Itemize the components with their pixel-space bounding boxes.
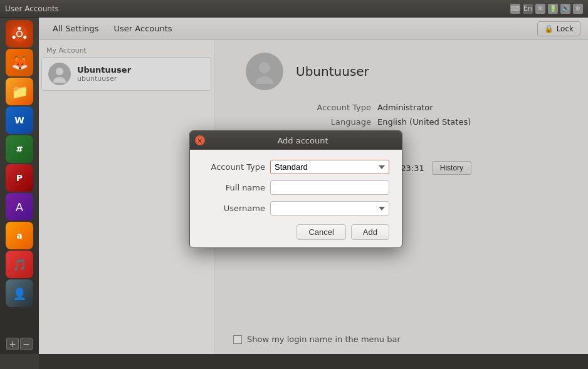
- svg-point-1: [18, 27, 21, 30]
- volume-icon: 🔊: [560, 4, 570, 14]
- sidebar-item-writer[interactable]: W: [6, 107, 33, 134]
- dialog-body: Account Type Standard Administrator Full…: [190, 150, 402, 247]
- add-account-dialog: × Add account Account Type Standard Admi…: [189, 130, 402, 248]
- username-combo[interactable]: [270, 201, 389, 216]
- sidebar-item-ubuntu[interactable]: [6, 20, 33, 48]
- dialog-title: Add account: [209, 136, 397, 145]
- title-bar: User Accounts ⌨ En ✉ 🔋 🔊 ⚙: [0, 0, 588, 18]
- sidebar-item-amazon[interactable]: a: [6, 222, 33, 249]
- battery-icon: 🔋: [548, 4, 558, 14]
- full-name-field-label: Full name: [202, 183, 265, 192]
- full-name-input[interactable]: [270, 180, 389, 195]
- sidebar: 🦊 📁 W # P A a 🎵 👤 + −: [0, 18, 39, 354]
- dialog-overlay: × Add account Account Type Standard Admi…: [39, 18, 588, 369]
- gear-icon[interactable]: ⚙: [573, 4, 583, 14]
- sidebar-add-button[interactable]: +: [6, 338, 19, 350]
- dialog-titlebar: × Add account: [190, 131, 402, 150]
- cancel-button[interactable]: Cancel: [297, 224, 345, 240]
- dialog-close-button[interactable]: ×: [195, 135, 205, 145]
- sidebar-item-impress[interactable]: P: [6, 164, 33, 192]
- mail-icon: ✉: [535, 4, 545, 14]
- sidebar-item-users[interactable]: 👤: [6, 279, 33, 307]
- sidebar-item-font[interactable]: A: [6, 193, 33, 221]
- svg-point-2: [13, 36, 16, 39]
- keyboard-icon: ⌨: [510, 4, 520, 14]
- sidebar-remove-button[interactable]: −: [20, 338, 33, 350]
- sidebar-item-basket[interactable]: 🎵: [6, 251, 33, 278]
- add-button[interactable]: Add: [351, 224, 389, 240]
- sidebar-item-files[interactable]: 📁: [6, 78, 33, 105]
- account-type-select[interactable]: Standard Administrator: [270, 160, 389, 174]
- sidebar-item-firefox[interactable]: 🦊: [6, 49, 33, 76]
- sidebar-item-calc[interactable]: #: [6, 135, 33, 163]
- dialog-actions: Cancel Add: [202, 224, 389, 240]
- username-field-label: Username: [202, 204, 265, 213]
- en-icon: En: [523, 4, 533, 14]
- dialog-form: Account Type Standard Administrator Full…: [202, 160, 389, 216]
- account-type-field-label: Account Type: [202, 162, 265, 172]
- window-title: User Accounts: [5, 4, 59, 13]
- svg-point-3: [23, 36, 26, 39]
- sidebar-controls: + −: [6, 338, 33, 350]
